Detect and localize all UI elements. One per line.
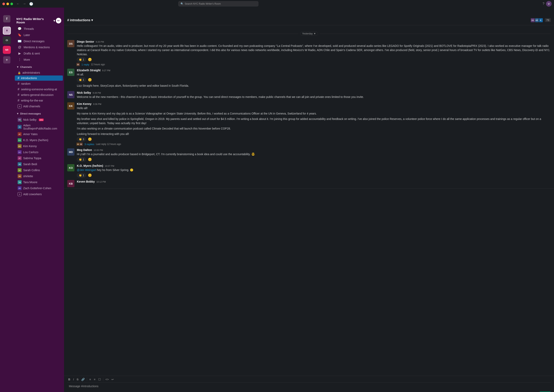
reply-avatars: DS	[77, 63, 80, 66]
maximize-button[interactable]	[10, 3, 13, 5]
user-avatar[interactable]: U	[546, 1, 552, 7]
reply-count[interactable]: 1 reply	[82, 63, 89, 66]
dm-item-sabrina[interactable]: ST Sabrina Toppa	[15, 155, 63, 161]
divider-line	[67, 34, 298, 34]
sidebar-item-drafts[interactable]: ▶ Drafts & sent	[15, 50, 63, 56]
dm-item-sarah-b[interactable]: SB Sarah Bedi	[15, 161, 63, 167]
workspace-app-2[interactable]: CI	[3, 36, 11, 44]
message-header: Elizabeth Straight 9:27 PM	[77, 69, 551, 72]
dm-item-amor[interactable]: AY Amor Yates	[15, 131, 63, 137]
dm-item-tara[interactable]: TM Tara Moore	[15, 179, 63, 185]
channel-item-introductions[interactable]: # introductions	[15, 76, 63, 81]
add-reaction-button[interactable]: 😊	[87, 57, 93, 62]
channel-item-writers[interactable]: # writers-general-discussion	[15, 92, 63, 98]
message-author[interactable]: Keven Bobby	[77, 180, 95, 183]
message-header: Diego Senior 9:20 PM	[77, 40, 551, 43]
message-content: Meg Dalton 10:00 PM Hi y'all! I'm a jour…	[77, 148, 551, 162]
add-channel-button[interactable]: + Add channels	[15, 104, 63, 109]
minimize-button[interactable]	[7, 3, 9, 5]
message-time: 10:12 PM	[96, 181, 106, 183]
user-avatar[interactable]: MD	[67, 148, 75, 155]
code-block-button[interactable]: ↩	[111, 377, 115, 382]
plus-icon: +	[18, 192, 22, 196]
channel-item-seeking[interactable]: # seeking-someone-working-at	[15, 87, 63, 92]
dm-item-zach[interactable]: ZG Zach Gottehrer-Cohen	[15, 185, 63, 191]
global-search[interactable]: 🔍 Search NYC Radio Writer's Room	[178, 1, 258, 7]
ordered-list-button[interactable]: ≡	[88, 377, 92, 382]
italic-button[interactable]: I	[72, 377, 75, 382]
message-author[interactable]: K.O. Myers (he/him)	[77, 164, 103, 167]
member-count[interactable]: 73	[545, 18, 551, 22]
close-button[interactable]	[2, 3, 5, 5]
workspace-app-1[interactable]: 🎙	[3, 27, 11, 35]
message-author[interactable]: Diego Senior	[77, 40, 94, 43]
sidebar-item-later[interactable]: 🔖 Later	[15, 32, 63, 38]
user-avatar[interactable]: DS	[67, 40, 75, 47]
dm-item-nick[interactable]: NS Nick Selby you	[15, 117, 63, 123]
link-button[interactable]: 🔗	[80, 377, 86, 382]
dm-item-sarah-c[interactable]: SC Sarah Collins	[15, 167, 63, 173]
member-avatars[interactable]: U1 U2 K	[531, 18, 543, 23]
message-author[interactable]: Meg Dalton	[77, 148, 92, 152]
sidebar-item-dms[interactable]: ✉️ Direct messages	[15, 38, 63, 44]
channel-title[interactable]: # introductions ▾	[67, 18, 93, 22]
reply-avatar: KK	[76, 142, 80, 146]
dm-item-ko[interactable]: KO K.O. Myers (he/him)	[15, 137, 63, 143]
dm-section-header[interactable]: ▼ Direct messages	[16, 112, 61, 115]
online-status-indicator	[20, 120, 22, 122]
help-button[interactable]: ?	[543, 2, 544, 6]
message-author[interactable]: Nick Selby	[77, 91, 91, 94]
dm-avatar-initials: SC	[18, 169, 21, 171]
add-reaction-button[interactable]: 😊	[87, 137, 93, 141]
dm-item-kim[interactable]: KK Kim Kenny	[15, 143, 63, 149]
unordered-list-button[interactable]: ≡	[93, 377, 97, 382]
add-reaction-button[interactable]: 😊	[87, 157, 93, 162]
user-avatar[interactable]: KB	[67, 180, 75, 187]
block-quote-button[interactable]: ☐	[97, 377, 102, 382]
reaction-clap[interactable]: 👏 1	[77, 77, 86, 82]
channels-section-header[interactable]: ▼ Channels	[16, 65, 61, 69]
workspace-logo[interactable]: f	[3, 15, 10, 22]
workspace-app-3[interactable]: NR	[3, 46, 11, 54]
dm-item-shirlette[interactable]: SH shirlette	[15, 173, 63, 179]
channel-item-random[interactable]: # random	[15, 81, 63, 86]
history-button[interactable]: 🕐	[28, 2, 34, 6]
user-avatar[interactable]: KK	[67, 102, 75, 110]
divider-line	[320, 34, 551, 34]
message-text: @Jen Weingart hey ho from Silver Spring.…	[77, 168, 551, 172]
compose-button[interactable]: ✏	[56, 18, 61, 23]
channel-item-writing[interactable]: # writing-for-the-ear	[15, 98, 63, 103]
reaction-clap[interactable]: 👏 1	[77, 57, 86, 62]
message-author[interactable]: Kim Kenny	[77, 102, 91, 105]
dm-item-adam[interactable]: AS Adam Scull/wprnPublicRadio.com	[15, 123, 63, 131]
reaction-clap[interactable]: 👏 3	[77, 137, 86, 141]
add-reaction-button[interactable]: 😊	[87, 77, 93, 82]
hash-icon: #	[18, 82, 19, 85]
user-avatar[interactable]: NS	[67, 91, 75, 98]
forward-button[interactable]: →	[22, 2, 27, 6]
add-reaction-button[interactable]: 😊	[87, 173, 93, 178]
user-avatar[interactable]: KO	[67, 164, 75, 171]
workspace-name[interactable]: NYC Radio Writer's Room ▼	[16, 17, 56, 24]
message-author[interactable]: Elizabeth Straight	[77, 69, 100, 72]
sidebar-item-mentions[interactable]: @ Mentions & reactions	[15, 44, 63, 50]
dm-item-lou[interactable]: LC Lou Carlozo	[15, 149, 63, 155]
sidebar-item-more[interactable]: ⋮ More	[15, 57, 63, 63]
back-button[interactable]: ←	[15, 2, 21, 6]
code-button[interactable]: <>	[104, 377, 110, 382]
strikethrough-button[interactable]: S	[76, 377, 79, 382]
date-label[interactable]: Yesterday ▼	[300, 32, 318, 36]
bold-button[interactable]: B	[67, 377, 71, 382]
mention[interactable]: @Jen Weingart	[77, 168, 96, 172]
message-input[interactable]: Message #introductions	[67, 383, 551, 391]
reaction-clap[interactable]: 👏 1	[77, 157, 86, 162]
channel-item-administrators[interactable]: 🔒 administrators	[15, 70, 63, 75]
nav-controls: ← → 🕐	[15, 2, 34, 6]
reply-count[interactable]: 3 replies	[84, 143, 94, 146]
user-avatar[interactable]: ES	[67, 69, 75, 76]
emoji-icon: 👏	[79, 58, 82, 61]
add-coworkers-button[interactable]: + Add coworkers	[15, 191, 63, 197]
reaction-clap[interactable]: 👏 1	[77, 173, 86, 178]
add-workspace-button[interactable]: +	[3, 56, 10, 63]
sidebar-item-threads[interactable]: 💬 Threads	[15, 26, 63, 32]
